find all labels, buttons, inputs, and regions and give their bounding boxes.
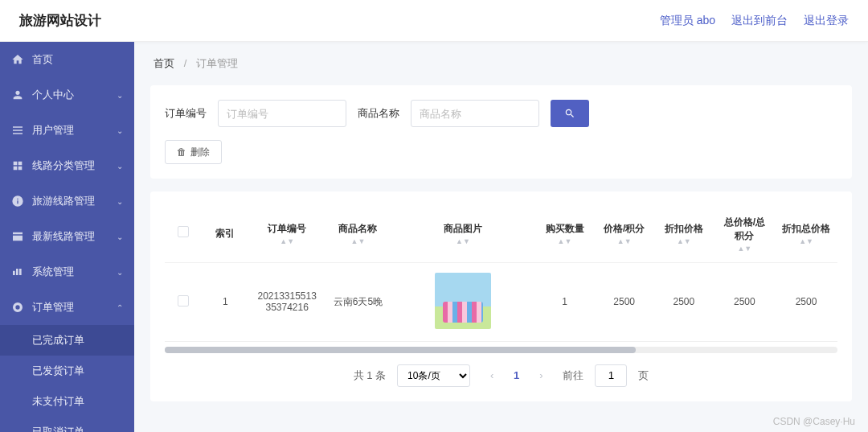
chevron-down-icon: ⌄ [117,268,123,277]
pager-total: 共 1 条 [354,368,386,383]
sidebar-item-home[interactable]: 首页 [0,42,134,77]
topbar: 旅游网站设计 管理员 abo 退出到前台 退出登录 [0,0,868,42]
filter-product-input[interactable] [411,100,539,127]
home-icon [11,53,24,66]
horizontal-scrollbar[interactable] [165,347,837,353]
sidebar: 首页 个人中心 ⌄ 用户管理 ⌄ 线路分类管理 ⌄ 旅游线路管理 ⌄ 最新线路管… [0,42,134,432]
chevron-down-icon: ⌄ [117,232,123,241]
pager-next[interactable]: › [530,365,551,386]
sidebar-item-label: 系统管理 [32,265,74,279]
row-checkbox[interactable] [178,295,189,307]
sidebar-sub-unpaid[interactable]: 未支付订单 [0,386,134,417]
watermark: CSDN @Casey·Hu [773,416,855,427]
cell-index: 1 [202,262,249,341]
sidebar-item-label: 首页 [32,52,53,67]
sort-icon: ▲▼ [397,238,528,245]
user-icon [11,88,24,101]
sort-icon: ▲▼ [332,238,385,245]
sidebar-item-label: 订单管理 [32,300,74,315]
pager-goto-suffix: 页 [638,368,649,383]
delete-button[interactable]: 🗑 删除 [165,140,222,164]
breadcrumb-current: 订单管理 [196,57,238,69]
search-icon [564,108,575,119]
route-icon [11,195,24,208]
cell-qty: 1 [534,262,594,341]
table-header-row: 索引 订单编号▲▼ 商品名称▲▼ 商品图片▲▼ 购买数量▲▼ 价格/积分▲▼ 折… [165,206,837,262]
category-icon [11,159,24,172]
cell-paytype: 现金 [837,262,837,341]
sidebar-sub-shipped[interactable]: 已发货订单 [0,356,134,386]
col-orderno[interactable]: 订单编号▲▼ [249,206,326,262]
cell-discount-price: 2500 [654,262,714,341]
sort-icon: ▲▼ [782,238,831,245]
sidebar-item-routes[interactable]: 旅游线路管理 ⌄ [0,183,134,219]
sidebar-item-users[interactable]: 用户管理 ⌄ [0,113,134,148]
orders-table: 索引 订单编号▲▼ 商品名称▲▼ 商品图片▲▼ 购买数量▲▼ 价格/积分▲▼ 折… [165,206,837,342]
cell-orderno: 2021331551335374216 [249,262,326,341]
pager-current[interactable]: 1 [514,369,519,381]
pager-goto-input[interactable] [595,364,627,387]
table-card: 索引 订单编号▲▼ 商品名称▲▼ 商品图片▲▼ 购买数量▲▼ 价格/积分▲▼ 折… [150,191,852,401]
cell-discount-total: 2500 [776,262,837,341]
sort-icon: ▲▼ [256,238,319,245]
filter-product-label: 商品名称 [358,106,399,121]
col-index[interactable]: 索引 [202,206,249,262]
pager-prev[interactable]: ‹ [481,365,502,386]
trash-icon: 🗑 [177,146,186,158]
chevron-down-icon: ⌄ [117,197,123,206]
col-discount-total[interactable]: 折扣总价格▲▼ [776,206,837,262]
sidebar-item-system[interactable]: 系统管理 ⌄ [0,254,134,290]
col-price[interactable]: 价格/积分▲▼ [595,206,654,262]
search-button[interactable] [551,100,589,127]
chevron-down-icon: ⌄ [117,162,123,171]
cell-product: 云南6天5晚 [326,262,391,341]
breadcrumb-sep: / [184,57,187,69]
chevron-down-icon: ⌄ [117,91,123,100]
exit-front-link[interactable]: 退出到前台 [731,14,788,28]
sort-icon: ▲▼ [601,238,648,245]
main-content: 首页 / 订单管理 订单编号 商品名称 🗑 删除 [134,42,868,432]
new-icon [11,230,24,243]
sidebar-item-label: 最新线路管理 [32,229,95,244]
admin-link[interactable]: 管理员 abo [660,14,715,28]
sort-icon: ▲▼ [661,238,707,245]
pagination: 共 1 条 10条/页 ‹ 1 › 前往 页 [165,364,837,387]
col-product[interactable]: 商品名称▲▼ [326,206,391,262]
cell-image [391,262,534,341]
table-scroll[interactable]: 索引 订单编号▲▼ 商品名称▲▼ 商品图片▲▼ 购买数量▲▼ 价格/积分▲▼ 折… [165,206,837,342]
col-image[interactable]: 商品图片▲▼ [391,206,534,262]
sidebar-item-label: 用户管理 [32,123,74,138]
filter-orderno-label: 订单编号 [165,106,207,121]
chevron-down-icon: ⌄ [117,126,123,135]
sidebar-item-label: 线路分类管理 [32,158,95,173]
sort-icon: ▲▼ [720,245,769,253]
cell-total: 2500 [714,262,776,341]
breadcrumb-home[interactable]: 首页 [154,57,174,69]
col-discount-price[interactable]: 折扣价格▲▼ [654,206,714,262]
sort-icon: ▲▼ [541,238,588,245]
col-total[interactable]: 总价格/总积分▲▼ [714,206,776,262]
col-checkbox[interactable] [165,206,202,262]
app-title: 旅游网站设计 [19,11,101,30]
sidebar-item-newroutes[interactable]: 最新线路管理 ⌄ [0,219,134,254]
pager-size-select[interactable]: 10条/页 [397,364,470,387]
pager-goto-prefix: 前往 [563,368,583,383]
sidebar-item-category[interactable]: 线路分类管理 ⌄ [0,148,134,183]
logout-link[interactable]: 退出登录 [804,14,849,28]
col-paytype[interactable]: 支付类型▲▼ [837,206,837,262]
product-thumbnail [435,273,491,329]
filter-card: 订单编号 商品名称 🗑 删除 [150,85,852,179]
sidebar-sub-completed[interactable]: 已完成订单 [0,325,134,356]
sidebar-item-orders[interactable]: 订单管理 ⌃ [0,290,134,325]
table-row[interactable]: 1 2021331551335374216 云南6天5晚 1 2500 2500… [165,262,837,341]
sidebar-sub-cancelled[interactable]: 已取消订单 [0,417,134,432]
users-icon [11,124,24,137]
col-qty[interactable]: 购买数量▲▼ [534,206,594,262]
sidebar-item-label: 个人中心 [32,88,74,102]
system-icon [11,265,24,278]
scrollbar-thumb[interactable] [165,347,636,353]
order-icon [11,301,24,314]
sidebar-item-profile[interactable]: 个人中心 ⌄ [0,77,134,113]
chevron-up-icon: ⌃ [117,303,123,312]
filter-orderno-input[interactable] [218,100,346,127]
